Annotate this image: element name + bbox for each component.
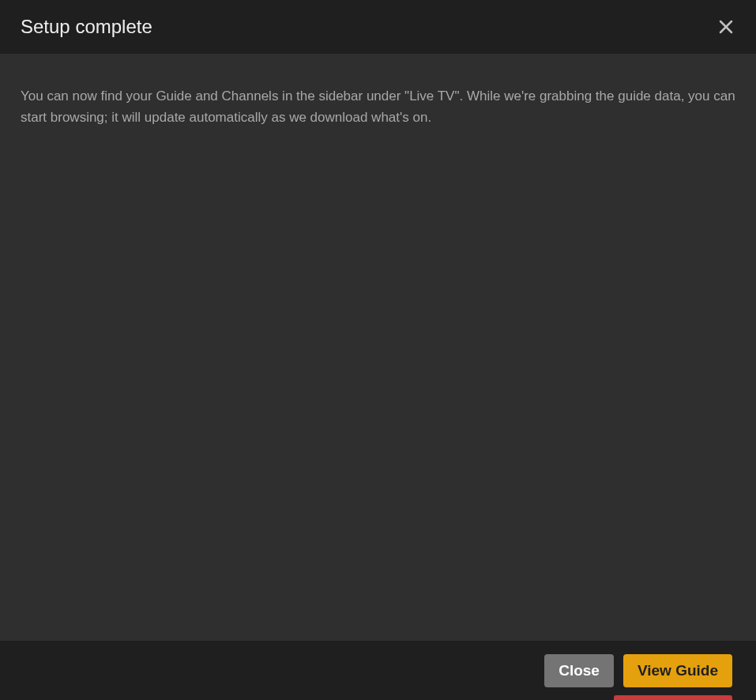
accent-strip [614,695,732,700]
dialog-footer: Close View Guide [0,641,756,700]
dialog-title: Setup complete [21,16,152,38]
dialog-header: Setup complete [0,0,756,54]
close-button[interactable]: Close [544,654,614,687]
body-text: You can now find your Guide and Channels… [21,85,735,128]
close-icon[interactable] [717,17,735,36]
view-guide-button[interactable]: View Guide [623,654,732,687]
dialog-body: You can now find your Guide and Channels… [0,54,756,641]
